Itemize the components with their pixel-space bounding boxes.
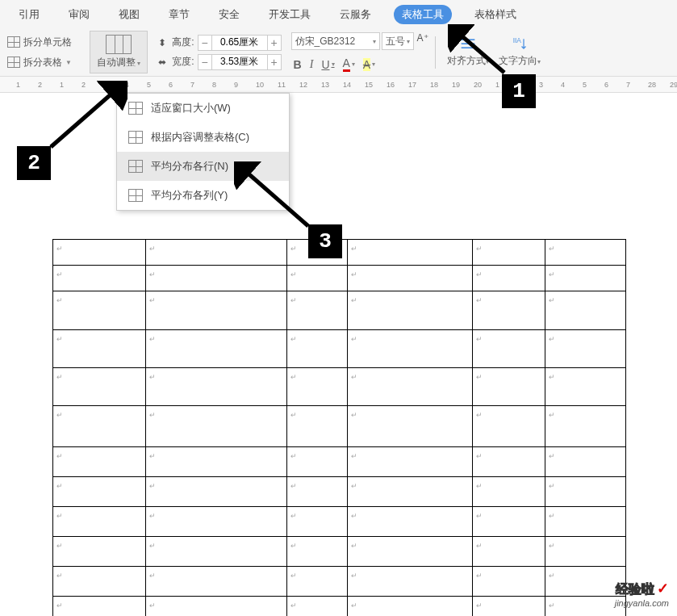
- table-cell[interactable]: [287, 507, 348, 537]
- italic-button[interactable]: I: [310, 57, 314, 72]
- table-cell[interactable]: [53, 368, 146, 406]
- menu-table-style[interactable]: 表格样式: [468, 4, 523, 25]
- menu-review[interactable]: 审阅: [62, 4, 96, 25]
- table-cell[interactable]: [473, 507, 545, 537]
- font-name-select[interactable]: 仿宋_GB2312 ▾: [291, 32, 380, 50]
- table-cell[interactable]: [473, 597, 545, 617]
- table-cell[interactable]: [545, 537, 626, 567]
- table-cell[interactable]: [146, 368, 287, 406]
- table-cell[interactable]: [146, 477, 287, 507]
- font-color-button[interactable]: A▾: [343, 57, 355, 72]
- table-cell[interactable]: [545, 447, 626, 477]
- highlight-button[interactable]: A▾: [363, 57, 375, 72]
- table-cell[interactable]: [287, 447, 348, 477]
- table-cell[interactable]: [287, 266, 348, 291]
- table-cell[interactable]: [348, 330, 473, 368]
- table-cell[interactable]: [146, 507, 287, 537]
- table-cell[interactable]: [287, 567, 348, 597]
- table-cell[interactable]: [287, 291, 348, 330]
- table-cell[interactable]: [348, 240, 473, 266]
- table-cell[interactable]: [146, 597, 287, 617]
- table-cell[interactable]: [473, 567, 545, 597]
- document-area[interactable]: [52, 239, 626, 616]
- table-cell[interactable]: [348, 291, 473, 330]
- table-cell[interactable]: [348, 406, 473, 447]
- table-cell[interactable]: [53, 537, 146, 567]
- table-cell[interactable]: [53, 597, 146, 617]
- split-table-button[interactable]: 拆分表格 ▼: [4, 54, 75, 71]
- table-cell[interactable]: [53, 406, 146, 447]
- fit-window-item[interactable]: 适应窗口大小(W): [117, 94, 289, 123]
- table-cell[interactable]: [473, 291, 545, 330]
- table-cell[interactable]: [146, 330, 287, 368]
- table-cell[interactable]: [287, 597, 348, 617]
- table-cell[interactable]: [348, 368, 473, 406]
- menu-security[interactable]: 安全: [212, 4, 246, 25]
- table-cell[interactable]: [545, 266, 626, 291]
- auto-adjust-button[interactable]: 自动调整 ▾: [90, 31, 148, 73]
- table-cell[interactable]: [545, 597, 626, 617]
- width-minus-button[interactable]: −: [198, 54, 212, 70]
- split-cell-button[interactable]: 拆分单元格: [4, 34, 75, 51]
- table-cell[interactable]: [53, 291, 146, 330]
- table-cell[interactable]: [473, 406, 545, 447]
- table-cell[interactable]: [545, 240, 626, 266]
- table-cell[interactable]: [348, 447, 473, 477]
- table-cell[interactable]: [473, 266, 545, 291]
- table-cell[interactable]: [287, 477, 348, 507]
- table-cell[interactable]: [146, 291, 287, 330]
- table-cell[interactable]: [146, 406, 287, 447]
- table-cell[interactable]: [146, 567, 287, 597]
- table-cell[interactable]: [146, 266, 287, 291]
- table-cell[interactable]: [53, 477, 146, 507]
- table-cell[interactable]: [348, 597, 473, 617]
- table-cell[interactable]: [348, 266, 473, 291]
- table-cell[interactable]: [146, 537, 287, 567]
- menu-chapter[interactable]: 章节: [162, 4, 196, 25]
- table-cell[interactable]: [473, 368, 545, 406]
- table-cell[interactable]: [545, 368, 626, 406]
- table-cell[interactable]: [348, 507, 473, 537]
- table-cell[interactable]: [473, 330, 545, 368]
- menu-view[interactable]: 视图: [112, 4, 146, 25]
- underline-button[interactable]: U▾: [321, 57, 334, 72]
- table-cell[interactable]: [473, 240, 545, 266]
- table-cell[interactable]: [545, 567, 626, 597]
- menu-references[interactable]: 引用: [12, 4, 46, 25]
- table-cell[interactable]: [53, 240, 146, 266]
- table-cell[interactable]: [348, 477, 473, 507]
- table-cell[interactable]: [287, 330, 348, 368]
- table-cell[interactable]: [545, 330, 626, 368]
- table-cell[interactable]: [545, 507, 626, 537]
- table-cell[interactable]: [53, 266, 146, 291]
- table-cell[interactable]: [287, 406, 348, 447]
- table-cell[interactable]: [146, 240, 287, 266]
- table-cell[interactable]: [545, 291, 626, 330]
- fit-content-item[interactable]: 根据内容调整表格(C): [117, 123, 289, 152]
- height-input[interactable]: [212, 35, 267, 51]
- table-cell[interactable]: [53, 447, 146, 477]
- font-size-select[interactable]: 五号 ▾: [382, 32, 414, 50]
- table-cell[interactable]: [287, 537, 348, 567]
- table-cell[interactable]: [473, 537, 545, 567]
- table-cell[interactable]: [348, 567, 473, 597]
- table-cell[interactable]: [545, 406, 626, 447]
- menu-cloud[interactable]: 云服务: [333, 4, 378, 25]
- menu-table-tools[interactable]: 表格工具: [394, 5, 452, 24]
- height-minus-button[interactable]: −: [198, 35, 212, 51]
- table-cell[interactable]: [53, 330, 146, 368]
- table-cell[interactable]: [348, 537, 473, 567]
- bold-button[interactable]: B: [294, 57, 302, 72]
- document-table[interactable]: [52, 239, 626, 616]
- font-increase-button[interactable]: A⁺: [417, 32, 428, 50]
- table-cell[interactable]: [545, 477, 626, 507]
- width-input[interactable]: [212, 54, 267, 70]
- width-plus-button[interactable]: +: [267, 54, 282, 70]
- table-cell[interactable]: [473, 447, 545, 477]
- table-cell[interactable]: [473, 477, 545, 507]
- table-cell[interactable]: [146, 447, 287, 477]
- menu-devtools[interactable]: 开发工具: [262, 4, 317, 25]
- table-cell[interactable]: [53, 567, 146, 597]
- height-plus-button[interactable]: +: [267, 35, 282, 51]
- table-cell[interactable]: [53, 507, 146, 537]
